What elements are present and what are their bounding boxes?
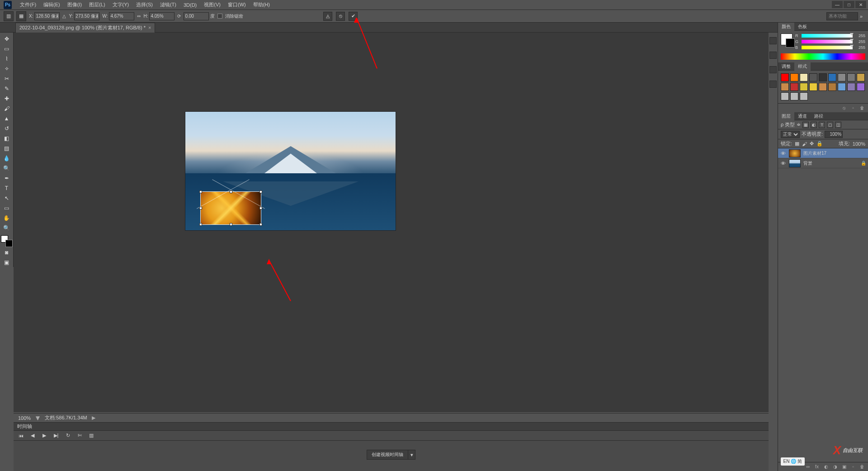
opt-h-input[interactable] (149, 12, 175, 20)
menu-filter[interactable]: 滤镜(T) (156, 0, 180, 9)
opt-w-input[interactable] (109, 12, 134, 20)
document-canvas[interactable] (185, 112, 396, 230)
link-wh-icon[interactable]: ⇔ (137, 14, 141, 19)
color-spectrum[interactable] (781, 53, 865, 60)
transform-handle-mr[interactable] (259, 207, 262, 209)
transform-handle-tr[interactable] (259, 190, 262, 193)
layer-row-1[interactable]: 👁背景🔒 (778, 158, 868, 168)
slider-g-bar[interactable] (802, 40, 853, 43)
transform-handle-bl[interactable] (199, 223, 202, 226)
menu-view[interactable]: 视图(V) (200, 0, 224, 9)
timeline-play-icon[interactable]: ▶ (41, 432, 48, 439)
menu-layer[interactable]: 图层(L) (85, 0, 108, 9)
menu-select[interactable]: 选择(S) (132, 0, 156, 9)
path-select-tool-icon[interactable]: ↖ (1, 194, 12, 203)
workspace-combo[interactable]: 基本功能 (826, 12, 858, 20)
style-swatch-16[interactable] (847, 83, 855, 91)
tab-swatches[interactable]: 色板 (794, 23, 811, 31)
style-swatch-17[interactable] (857, 83, 865, 91)
tab-paths[interactable]: 路径 (811, 112, 827, 120)
menu-help[interactable]: 帮助(H) (250, 0, 274, 9)
timeline-cut-icon[interactable]: ✄ (76, 432, 83, 439)
gradient-tool-icon[interactable]: ▤ (1, 144, 12, 153)
move-tool-icon[interactable]: ✥ (1, 34, 12, 43)
healing-tool-icon[interactable]: ✚ (1, 94, 12, 103)
screen-mode-icon[interactable]: ▣ (1, 258, 12, 267)
link-layers-icon[interactable]: ⇔ (805, 464, 811, 470)
filter-shape-icon[interactable]: ▢ (827, 122, 833, 128)
lock-pixels-icon[interactable]: 🖌 (802, 141, 807, 147)
style-swatch-15[interactable] (838, 83, 846, 91)
style-swatch-12[interactable] (809, 83, 817, 91)
timeline-transition-icon[interactable]: ▥ (88, 432, 95, 439)
filter-smart-icon[interactable]: ◫ (835, 122, 841, 128)
window-minimize-button[interactable]: — (832, 1, 843, 8)
history-brush-tool-icon[interactable]: ↺ (1, 124, 12, 133)
opt-y-input[interactable] (74, 12, 99, 20)
style-swatch-0[interactable] (781, 73, 789, 81)
layer-group-icon[interactable]: ▣ (841, 464, 847, 470)
style-swatch-19[interactable] (790, 92, 798, 100)
lock-position-icon[interactable]: ✥ (810, 141, 814, 147)
style-swatch-1[interactable] (790, 73, 798, 81)
menu-window[interactable]: 窗口(W) (224, 0, 250, 9)
layer-name[interactable]: 图片素材17 (803, 150, 866, 157)
style-swatch-6[interactable] (838, 73, 846, 81)
slider-r-value[interactable]: 255 (854, 33, 865, 38)
style-swatch-11[interactable] (800, 83, 808, 91)
zoom-level[interactable]: 100% (18, 415, 31, 421)
create-timeline-dropdown-icon[interactable]: ▾ (408, 450, 415, 460)
history-panel-icon[interactable] (769, 37, 777, 44)
style-swatch-3[interactable] (809, 73, 817, 81)
dodge-tool-icon[interactable]: 🔍 (1, 164, 12, 173)
eyedropper-tool-icon[interactable]: ✎ (1, 84, 12, 93)
adjustment-layer-icon[interactable]: ◑ (832, 464, 838, 470)
menu-3d[interactable]: 3D(D) (180, 1, 200, 9)
layer-thumbnail[interactable] (789, 149, 801, 157)
placed-smart-object[interactable] (200, 191, 261, 225)
style-swatch-14[interactable] (828, 83, 836, 91)
filter-adjust-icon[interactable]: ◐ (811, 122, 817, 128)
fg-bg-colors[interactable] (1, 235, 13, 247)
slider-r-bar[interactable] (802, 34, 853, 38)
paragraph-panel-icon[interactable] (769, 66, 777, 73)
delete-layer-icon[interactable]: 🗑 (859, 464, 865, 470)
fg-bg-swatch[interactable] (781, 33, 793, 45)
transform-handle-tm[interactable] (230, 190, 232, 193)
layer-mask-icon[interactable]: ◐ (823, 464, 829, 470)
canvas-area[interactable] (14, 33, 769, 412)
status-menu-icon[interactable]: ▶ (92, 415, 95, 421)
ime-indicator[interactable]: EN 🌐 简 (781, 457, 805, 466)
new-style-icon[interactable]: ▫ (850, 105, 856, 111)
menu-image[interactable]: 图像(I) (64, 0, 85, 9)
opt-rot-input[interactable] (184, 12, 209, 20)
tab-adjustments[interactable]: 调整 (778, 62, 794, 71)
fill-value[interactable]: 100% (853, 141, 865, 147)
style-swatch-10[interactable] (790, 83, 798, 91)
tab-styles[interactable]: 样式 (794, 62, 811, 71)
hand-tool-icon[interactable]: ✋ (1, 214, 12, 223)
timeline-prev-frame-icon[interactable]: ◀ (29, 432, 36, 439)
transform-handle-tl[interactable] (199, 190, 202, 193)
lock-all-icon[interactable]: 🔒 (816, 141, 823, 147)
slider-g-value[interactable]: 255 (854, 39, 865, 44)
tab-layers[interactable]: 图层 (778, 112, 794, 120)
style-swatch-9[interactable] (781, 83, 789, 91)
layer-thumbnail[interactable] (789, 159, 801, 167)
marquee-tool-icon[interactable]: ▭ (1, 44, 12, 53)
layer-filter-dropdown-icon[interactable]: ≑ (797, 122, 801, 128)
lock-transparency-icon[interactable]: ▦ (795, 141, 799, 147)
eraser-tool-icon[interactable]: ◧ (1, 134, 12, 143)
stamp-tool-icon[interactable]: ▲ (1, 114, 12, 123)
tool-preset-icon[interactable]: ▥ (4, 11, 14, 21)
layer-name[interactable]: 背景 (803, 160, 858, 167)
delete-style-icon[interactable]: 🗑 (859, 105, 865, 111)
filter-pixel-icon[interactable]: ▦ (802, 122, 809, 128)
window-maximize-button[interactable]: □ (844, 1, 854, 8)
timeline-next-frame-icon[interactable]: ▶| (52, 432, 60, 439)
timeline-loop-icon[interactable]: ↻ (64, 432, 71, 439)
style-swatch-4[interactable] (819, 73, 827, 81)
warp-mode-icon[interactable]: ◬ (323, 12, 332, 21)
style-swatch-18[interactable] (781, 92, 789, 100)
brush-tool-icon[interactable]: 🖌 (1, 104, 12, 113)
